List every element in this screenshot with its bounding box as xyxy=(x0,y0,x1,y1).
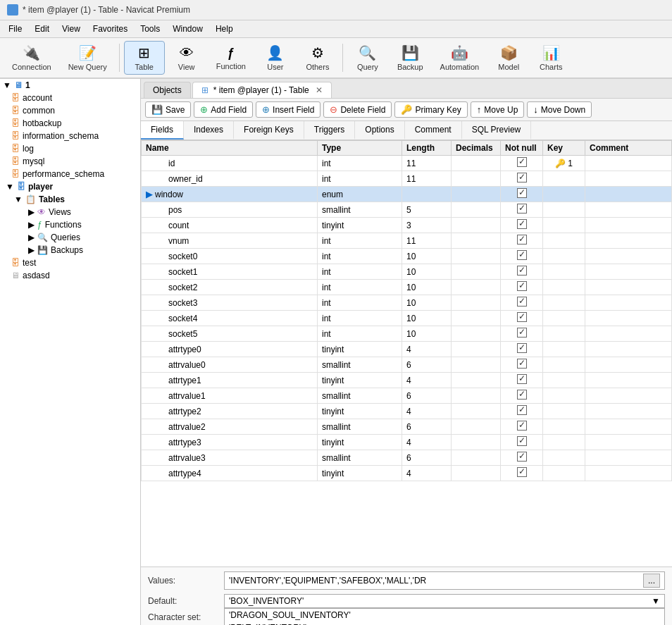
table-row[interactable]: socket5int10 xyxy=(142,326,672,342)
sidebar-item-backups[interactable]: ▶ 💾 Backups xyxy=(0,244,140,256)
not-null-checkbox[interactable] xyxy=(517,405,527,415)
table-row[interactable]: socket1int10 xyxy=(142,264,672,280)
table-row[interactable]: socket2int10 xyxy=(142,280,672,295)
cell-not-null[interactable] xyxy=(501,156,543,171)
toolbar-view[interactable]: 👁 View xyxy=(166,41,207,75)
cell-not-null[interactable] xyxy=(501,187,543,202)
field-tab-sql-preview[interactable]: SQL Preview xyxy=(462,121,532,140)
sidebar-root[interactable]: ▼ 🖥 1 xyxy=(0,79,140,92)
toolbar-user[interactable]: 👤 User xyxy=(255,41,296,75)
not-null-checkbox[interactable] xyxy=(517,328,527,338)
cell-not-null[interactable] xyxy=(501,326,543,342)
sidebar-item-test[interactable]: 🗄 test xyxy=(0,256,140,269)
primary-key-button[interactable]: 🔑 Primary Key xyxy=(394,101,467,118)
toolbar-backup[interactable]: 💾 Backup xyxy=(390,41,431,75)
add-field-button[interactable]: ⊕ Add Field xyxy=(194,101,253,118)
field-tab-foreign-keys[interactable]: Foreign Keys xyxy=(234,121,304,140)
delete-field-button[interactable]: ⊖ Delete Field xyxy=(323,101,392,118)
insert-field-button[interactable]: ⊕ Insert Field xyxy=(256,101,321,118)
not-null-checkbox[interactable] xyxy=(517,343,527,353)
default-dropdown[interactable]: 'BOX_INVENTORY' ▼ 'DRAGON_SOUL_INVENTORY… xyxy=(224,594,665,608)
table-row[interactable]: attrtype1tinyint4 xyxy=(142,373,672,388)
cell-not-null[interactable] xyxy=(501,218,543,233)
cell-not-null[interactable] xyxy=(501,295,543,311)
table-row[interactable]: socket0int10 xyxy=(142,249,672,264)
not-null-checkbox[interactable] xyxy=(517,436,527,446)
field-tab-comment[interactable]: Comment xyxy=(405,121,462,140)
menu-window[interactable]: Window xyxy=(167,22,209,36)
cell-not-null[interactable] xyxy=(501,435,543,450)
table-row[interactable]: possmallint5 xyxy=(142,202,672,218)
table-row[interactable]: attrvalue2smallint6 xyxy=(142,419,672,435)
table-row[interactable]: socket3int10 xyxy=(142,295,672,311)
field-tab-options[interactable]: Options xyxy=(355,121,404,140)
field-tab-indexes[interactable]: Indexes xyxy=(184,121,234,140)
sidebar-item-information-schema[interactable]: 🗄 information_schema xyxy=(0,130,140,142)
toolbar-query[interactable]: 🔍 Query xyxy=(347,41,388,75)
sidebar-item-mysql[interactable]: 🗄 mysql xyxy=(0,155,140,168)
not-null-checkbox[interactable] xyxy=(517,359,527,369)
not-null-checkbox[interactable] xyxy=(517,312,527,322)
menu-help[interactable]: Help xyxy=(210,22,239,36)
table-row[interactable]: attrvalue0smallint6 xyxy=(142,357,672,373)
tab-objects[interactable]: Objects xyxy=(144,82,191,98)
table-row[interactable]: socket4int10 xyxy=(142,311,672,326)
table-row[interactable]: attrtype0tinyint4 xyxy=(142,342,672,357)
cell-not-null[interactable] xyxy=(501,388,543,404)
not-null-checkbox[interactable] xyxy=(517,235,527,245)
table-row[interactable]: idint11🔑 1 xyxy=(142,156,672,171)
sidebar-item-functions[interactable]: ▶ ƒ Functions xyxy=(0,218,140,231)
cell-not-null[interactable] xyxy=(501,466,543,481)
table-row[interactable]: ▶windowenum xyxy=(142,187,672,202)
dropdown-selected-value[interactable]: 'BOX_INVENTORY' ▼ xyxy=(224,594,665,608)
table-row[interactable]: attrvalue1smallint6 xyxy=(142,388,672,404)
cell-not-null[interactable] xyxy=(501,404,543,419)
sidebar-item-player[interactable]: ▼ 🗄 player xyxy=(0,180,140,193)
values-input[interactable]: 'INVENTORY','EQUIPMENT','SAFEBOX','MALL'… xyxy=(224,571,665,590)
cell-not-null[interactable] xyxy=(501,419,543,435)
toolbar-new-query[interactable]: 📝 New Query xyxy=(61,41,115,75)
cell-not-null[interactable] xyxy=(501,171,543,187)
menu-file[interactable]: File xyxy=(3,22,27,36)
values-browse-button[interactable]: ... xyxy=(643,574,660,588)
field-tab-fields[interactable]: Fields xyxy=(141,121,184,140)
table-row[interactable]: attrtype2tinyint4 xyxy=(142,404,672,419)
cell-not-null[interactable] xyxy=(501,373,543,388)
table-row[interactable]: owner_idint11 xyxy=(142,171,672,187)
not-null-checkbox[interactable] xyxy=(517,390,527,400)
cell-not-null[interactable] xyxy=(501,311,543,326)
dropdown-item-belt[interactable]: 'BELT_INVENTORY' xyxy=(225,621,664,625)
menu-edit[interactable]: Edit xyxy=(29,22,55,36)
sidebar-item-log[interactable]: 🗄 log xyxy=(0,142,140,155)
toolbar-function[interactable]: ƒ Function xyxy=(209,41,254,75)
not-null-checkbox[interactable] xyxy=(517,421,527,431)
toolbar-automation[interactable]: 🤖 Automation xyxy=(433,41,487,75)
not-null-checkbox[interactable] xyxy=(517,297,527,307)
table-row[interactable]: counttinyint3 xyxy=(142,218,672,233)
field-tab-triggers[interactable]: Triggers xyxy=(304,121,356,140)
table-scroll[interactable]: Name Type Length Decimals Not null Key C… xyxy=(141,140,672,567)
sidebar-group-tables[interactable]: ▼ 📋 Tables xyxy=(0,193,140,206)
not-null-checkbox[interactable] xyxy=(517,173,527,182)
cell-not-null[interactable] xyxy=(501,357,543,373)
table-row[interactable]: vnumint11 xyxy=(142,233,672,249)
menu-view[interactable]: View xyxy=(56,22,86,36)
not-null-checkbox[interactable] xyxy=(517,250,527,260)
sidebar-item-account[interactable]: 🗄 account xyxy=(0,92,140,104)
cell-not-null[interactable] xyxy=(501,280,543,295)
sidebar-item-common[interactable]: 🗄 common xyxy=(0,104,140,117)
sidebar-item-performance-schema[interactable]: 🗄 performance_schema xyxy=(0,168,140,180)
table-row[interactable]: attrvalue3smallint6 xyxy=(142,450,672,466)
cell-not-null[interactable] xyxy=(501,249,543,264)
move-up-button[interactable]: ↑ Move Up xyxy=(471,101,525,118)
sidebar-item-views[interactable]: ▶ 👁 Views xyxy=(0,206,140,218)
not-null-checkbox[interactable] xyxy=(517,188,527,198)
toolbar-charts[interactable]: 📊 Charts xyxy=(530,41,571,75)
not-null-checkbox[interactable] xyxy=(517,374,527,384)
move-down-button[interactable]: ↓ Move Down xyxy=(527,101,592,118)
menu-tools[interactable]: Tools xyxy=(135,22,166,36)
sidebar-item-asdasd[interactable]: 🖥 asdasd xyxy=(0,269,140,282)
table-row[interactable]: attrtype3tinyint4 xyxy=(142,435,672,450)
not-null-checkbox[interactable] xyxy=(517,281,527,291)
cell-not-null[interactable] xyxy=(501,202,543,218)
